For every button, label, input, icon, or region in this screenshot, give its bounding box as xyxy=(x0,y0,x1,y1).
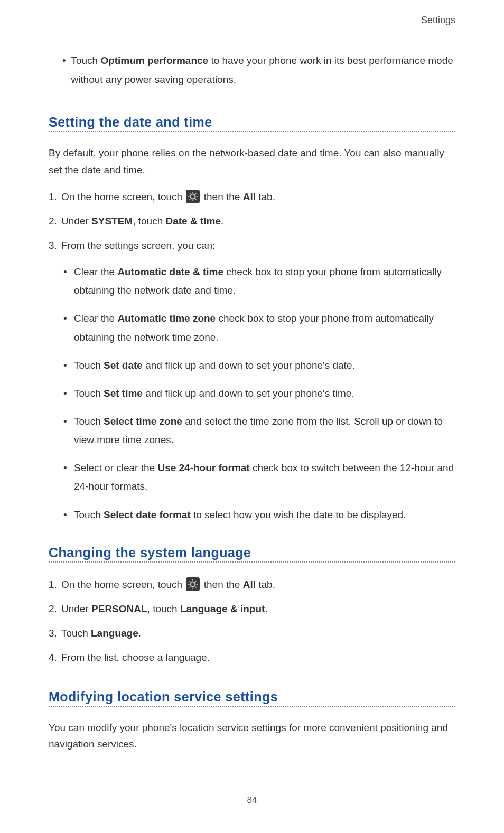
bold-term: Automatic date & time xyxy=(117,266,223,277)
text-fragment: Touch xyxy=(74,388,104,399)
text-fragment: Touch xyxy=(74,416,104,427)
text-fragment: Touch xyxy=(74,360,104,371)
bold-term: Select time zone xyxy=(104,416,182,427)
settings-icon xyxy=(186,190,200,203)
svg-line-16 xyxy=(190,587,191,588)
bold-term: Select date format xyxy=(104,509,191,520)
svg-line-7 xyxy=(190,199,191,200)
language-step-2: Under PERSONAL, touch Language & input. xyxy=(49,600,455,619)
text-fragment: , touch xyxy=(133,216,165,227)
datetime-sub-3: Touch Set date and flick up and down to … xyxy=(63,356,455,375)
text-fragment: and flick up and down to set your phone'… xyxy=(143,388,354,399)
datetime-sub-2: Clear the Automatic time zone check box … xyxy=(63,309,455,346)
bold-term: Set date xyxy=(104,360,143,371)
datetime-steps: On the home screen, touch then the All t… xyxy=(49,188,455,524)
svg-line-5 xyxy=(190,193,191,194)
heading-divider xyxy=(49,131,455,132)
bold-term: Automatic time zone xyxy=(117,313,216,324)
text-fragment: . xyxy=(265,603,267,614)
text-fragment: and flick up and down to set your phone'… xyxy=(143,360,355,371)
datetime-sub-1: Clear the Automatic date & time check bo… xyxy=(63,263,455,299)
svg-point-9 xyxy=(191,582,195,586)
text-fragment: From the list, choose a language. xyxy=(61,652,210,663)
bold-term: All xyxy=(243,579,256,590)
language-step-3: Touch Language. xyxy=(49,624,455,643)
datetime-sub-4: Touch Set time and flick up and down to … xyxy=(63,384,455,403)
language-steps: On the home screen, touch then the All t… xyxy=(49,575,455,667)
text-fragment: Clear the xyxy=(74,313,117,324)
language-step-4: From the list, choose a language. xyxy=(49,648,455,667)
svg-line-15 xyxy=(195,587,197,588)
datetime-step-1: On the home screen, touch then the All t… xyxy=(49,188,455,207)
bold-term: Set time xyxy=(104,388,143,399)
text-fragment: Touch xyxy=(71,55,100,66)
svg-point-0 xyxy=(191,194,195,199)
text-fragment: then the xyxy=(204,191,243,202)
language-step-1: On the home screen, touch then the All t… xyxy=(49,575,455,594)
settings-icon xyxy=(186,577,200,591)
datetime-sub-7: Touch Select date format to select how y… xyxy=(63,506,455,524)
heading-divider xyxy=(49,561,455,563)
text-fragment: Clear the xyxy=(74,266,117,277)
datetime-sub-5: Touch Select time zone and select the ti… xyxy=(63,412,455,449)
page-number: 84 xyxy=(0,795,504,806)
text-fragment: , touch xyxy=(147,603,180,614)
header-section-label: Settings xyxy=(49,15,455,26)
bold-term: SYSTEM xyxy=(91,216,133,227)
datetime-intro: By default, your phone relies on the net… xyxy=(49,145,455,178)
svg-line-17 xyxy=(195,581,197,582)
heading-date-time: Setting the date and time xyxy=(49,115,455,130)
text-fragment: to select how you wish the date to be di… xyxy=(191,509,406,520)
bold-term: Optimum performance xyxy=(100,55,208,66)
bold-term: PERSONAL xyxy=(91,603,147,614)
text-fragment: Select or clear the xyxy=(74,462,157,473)
text-fragment: From the settings screen, you can: xyxy=(61,240,215,251)
datetime-step-2: Under SYSTEM, touch Date & time. xyxy=(49,212,455,231)
text-fragment: Under xyxy=(61,603,91,614)
svg-line-8 xyxy=(195,193,197,194)
text-fragment: Touch xyxy=(74,509,104,520)
svg-line-14 xyxy=(190,581,191,582)
top-bullet-item: • Touch Optimum performance to have your… xyxy=(62,51,455,89)
text-fragment: Touch xyxy=(61,628,91,639)
text-fragment: tab. xyxy=(256,191,275,202)
page-content: Settings • Touch Optimum performance to … xyxy=(49,15,455,762)
bold-term: Language & input xyxy=(180,603,265,614)
datetime-sub-6: Select or clear the Use 24-hour format c… xyxy=(63,458,455,495)
datetime-step-3: From the settings screen, you can: Clear… xyxy=(49,236,455,524)
text-fragment: tab. xyxy=(256,579,275,590)
text-fragment: Under xyxy=(61,216,91,227)
bold-term: Date & time xyxy=(165,216,221,227)
text-fragment: . xyxy=(221,216,223,227)
text-fragment: then the xyxy=(204,579,243,590)
location-intro: You can modify your phone's location ser… xyxy=(49,719,455,753)
bold-term: All xyxy=(243,191,256,202)
heading-location: Modifying location service settings xyxy=(49,689,455,705)
datetime-sublist: Clear the Automatic date & time check bo… xyxy=(63,263,455,524)
top-bullet-text: Touch Optimum performance to have your p… xyxy=(71,51,455,89)
text-fragment: On the home screen, touch xyxy=(61,191,185,202)
bold-term: Use 24-hour format xyxy=(157,462,249,473)
text-fragment: On the home screen, touch xyxy=(61,579,185,590)
bullet-marker: • xyxy=(62,51,67,89)
heading-language: Changing the system language xyxy=(49,545,455,560)
text-fragment: . xyxy=(138,628,141,639)
heading-divider xyxy=(49,706,455,707)
bold-term: Language xyxy=(91,628,138,639)
svg-line-6 xyxy=(195,199,197,200)
